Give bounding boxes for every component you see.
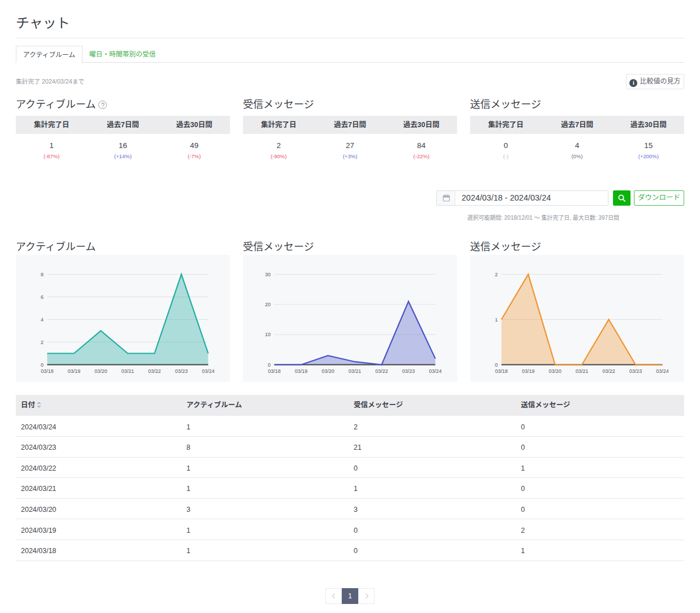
svg-text:03/19: 03/19 [68, 368, 81, 374]
svg-text:4: 4 [41, 317, 44, 323]
svg-text:2: 2 [41, 340, 44, 345]
svg-text:03/23: 03/23 [629, 368, 642, 374]
svg-text:03/18: 03/18 [41, 368, 54, 374]
svg-text:20: 20 [265, 302, 271, 307]
svg-text:03/19: 03/19 [522, 368, 535, 374]
svg-text:03/24: 03/24 [202, 368, 215, 374]
svg-text:03/21: 03/21 [349, 368, 362, 374]
svg-text:03/23: 03/23 [175, 368, 188, 374]
svg-text:03/20: 03/20 [321, 368, 334, 374]
svg-text:03/22: 03/22 [602, 368, 615, 374]
svg-text:03/21: 03/21 [576, 368, 589, 374]
svg-text:03/23: 03/23 [402, 368, 415, 374]
svg-text:03/24: 03/24 [429, 368, 442, 374]
svg-text:0: 0 [268, 362, 271, 368]
svg-text:03/18: 03/18 [495, 368, 508, 374]
svg-text:03/21: 03/21 [121, 368, 134, 374]
svg-text:8: 8 [41, 272, 44, 277]
svg-text:03/18: 03/18 [268, 368, 281, 374]
svg-text:1: 1 [495, 317, 498, 323]
svg-text:10: 10 [265, 332, 271, 337]
svg-text:0: 0 [495, 362, 498, 368]
svg-text:6: 6 [41, 294, 44, 300]
svg-text:2: 2 [495, 272, 498, 277]
svg-text:03/19: 03/19 [295, 368, 308, 374]
svg-text:0: 0 [41, 362, 44, 368]
svg-text:03/22: 03/22 [148, 368, 161, 374]
svg-text:03/20: 03/20 [549, 368, 562, 374]
svg-text:03/24: 03/24 [656, 368, 669, 374]
svg-text:03/22: 03/22 [375, 368, 388, 374]
svg-text:30: 30 [265, 272, 271, 277]
svg-text:03/20: 03/20 [94, 368, 107, 374]
